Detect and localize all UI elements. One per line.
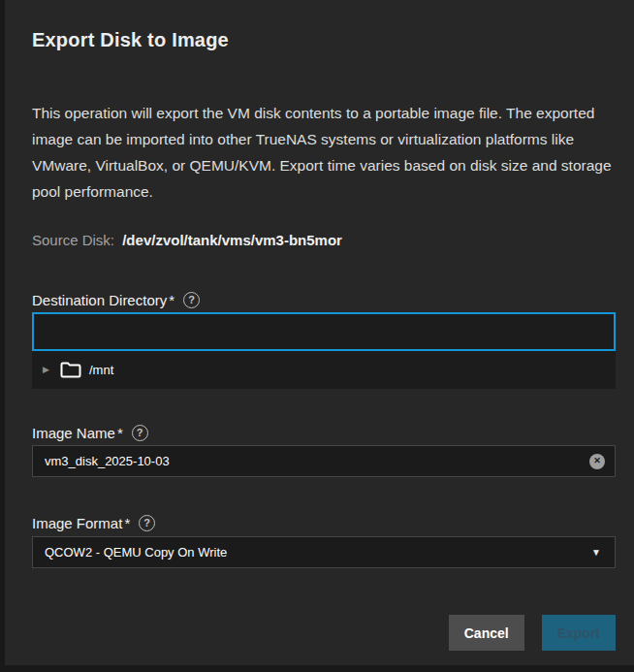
export-disk-dialog: Export Disk to Image This operation will… [5, 0, 634, 665]
destination-directory-input[interactable] [32, 312, 616, 351]
required-asterisk: * [117, 425, 123, 441]
export-button[interactable]: Export [542, 615, 616, 651]
image-name-label-row: Image Name* ? [32, 423, 616, 442]
directory-tree: ▶ /mnt [32, 351, 616, 389]
expander-collapsed-icon[interactable]: ▶ [43, 366, 56, 374]
source-disk-label: Source Disk: [32, 232, 114, 248]
tree-row-mnt[interactable]: ▶ /mnt [32, 358, 616, 383]
image-name-label: Image Name [32, 425, 115, 441]
image-format-label: Image Format [32, 515, 122, 531]
image-format-label-row: Image Format* ? [32, 513, 616, 532]
image-name-input[interactable] [32, 445, 616, 477]
source-disk-value: /dev/zvol/tank/vms/vm3-bn5mor [122, 232, 342, 248]
image-name-input-wrap: ✕ [32, 445, 616, 477]
cancel-button[interactable]: Cancel [449, 615, 524, 651]
image-format-select[interactable]: QCOW2 - QEMU Copy On Write ▼ [32, 536, 616, 568]
tree-item-label: /mnt [89, 363, 113, 377]
image-format-selected-value: QCOW2 - QEMU Copy On Write [45, 545, 227, 560]
destination-directory-label-row: Destination Directory* ? [32, 290, 616, 309]
image-format-field: Image Format* ? QCOW2 - QEMU Copy On Wri… [32, 513, 616, 568]
help-icon[interactable]: ? [132, 425, 148, 441]
help-icon[interactable]: ? [183, 292, 200, 308]
help-icon[interactable]: ? [139, 515, 155, 531]
clear-input-icon[interactable]: ✕ [589, 454, 605, 469]
page-title: Export Disk to Image [32, 29, 616, 51]
chevron-down-icon: ▼ [591, 548, 601, 558]
required-asterisk: * [124, 515, 130, 531]
image-name-field: Image Name* ? ✕ [32, 423, 616, 477]
destination-directory-field: Destination Directory* ? ▶ /mnt [32, 290, 616, 389]
folder-icon [60, 362, 81, 378]
required-asterisk: * [169, 292, 174, 308]
destination-directory-label: Destination Directory [32, 292, 167, 308]
dialog-actions: Cancel Export [32, 615, 616, 651]
source-disk-line: Source Disk: /dev/zvol/tank/vms/vm3-bn5m… [32, 232, 616, 249]
dialog-description: This operation will export the VM disk c… [32, 100, 616, 205]
